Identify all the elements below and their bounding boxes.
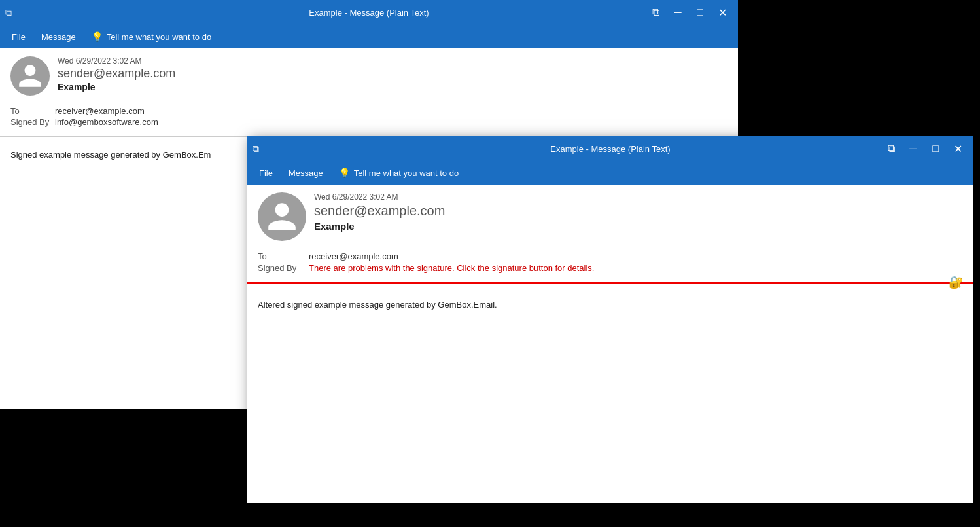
win1-email-date: Wed 6/29/2022 3:02 AM <box>58 56 727 65</box>
win1-maximize-button[interactable]: □ <box>690 3 710 22</box>
win1-to-row: To receiver@example.com <box>10 106 727 116</box>
win1-menu-message[interactable]: Message <box>35 29 82 45</box>
win1-close-button[interactable]: ✕ <box>712 3 733 22</box>
win2-email-fields: To receiver@example.com Signed By There … <box>247 249 973 278</box>
win1-signed-by-value: info@gemboxsoftware.com <box>55 117 158 127</box>
win2-restore-small-icon: ⧉ <box>253 143 259 154</box>
win1-menu-file[interactable]: File <box>5 29 32 45</box>
win2-to-value: receiver@example.com <box>309 251 398 261</box>
win1-minimize-button[interactable]: ─ <box>667 3 688 22</box>
win1-email-sender: sender@example.com <box>58 67 727 81</box>
win2-email-subject: Example <box>314 221 963 232</box>
win1-to-value: receiver@example.com <box>55 106 145 116</box>
win2-restore-button[interactable]: ⧉ <box>881 139 901 158</box>
win2-email-sender: sender@example.com <box>314 204 963 219</box>
win2-tell-me[interactable]: 💡 Tell me what you want to do <box>332 165 465 181</box>
win2-tell-me-label: Tell me what you want to do <box>354 168 459 178</box>
win2-minimize-button[interactable]: ─ <box>903 139 924 158</box>
win2-avatar-icon <box>265 200 299 234</box>
win1-email-header: Wed 6/29/2022 3:02 AM sender@example.com… <box>0 48 738 103</box>
win2-to-label: To <box>258 251 304 261</box>
win1-signed-by-label: Signed By <box>10 117 50 127</box>
win1-menubar: File Message 💡 Tell me what you want to … <box>0 25 738 48</box>
win2-signed-by-label: Signed By <box>258 263 304 273</box>
win2-title: Example - Message (Plain Text) <box>550 144 670 154</box>
win2-email-header: Wed 6/29/2022 3:02 AM sender@example.com… <box>247 185 973 249</box>
win2-close-button[interactable]: ✕ <box>947 139 968 158</box>
win2-titlebar: ⧉ Example - Message (Plain Text) ⧉ ─ □ ✕ <box>247 136 973 161</box>
win2-content: Wed 6/29/2022 3:02 AM sender@example.com… <box>247 185 973 503</box>
window-2: ⧉ Example - Message (Plain Text) ⧉ ─ □ ✕… <box>247 136 973 503</box>
win1-titlebar-left: ⧉ <box>5 7 14 18</box>
win2-sig-warning-bar-container: 🔐 <box>247 279 973 284</box>
win1-to-label: To <box>10 106 50 116</box>
win1-avatar <box>10 56 50 96</box>
win1-tell-me-label: Tell me what you want to do <box>107 32 211 42</box>
bulb-icon-2: 💡 <box>339 168 350 178</box>
win2-email-date: Wed 6/29/2022 3:02 AM <box>314 192 963 202</box>
win1-restore-button[interactable]: ⧉ <box>645 3 666 22</box>
win1-restore-small-icon: ⧉ <box>5 7 12 18</box>
win1-titlebar: ⧉ Example - Message (Plain Text) ⧉ ─ □ ✕ <box>0 0 738 25</box>
win1-email-fields: To receiver@example.com Signed By info@g… <box>0 103 738 134</box>
win2-sig-warning-bar <box>247 282 973 284</box>
win2-maximize-button[interactable]: □ <box>925 139 946 158</box>
win2-to-row: To receiver@example.com <box>258 251 963 261</box>
win1-signed-by-row: Signed By info@gemboxsoftware.com <box>10 117 727 127</box>
win2-email-body: Altered signed example message generated… <box>247 284 973 503</box>
win1-email-meta: Wed 6/29/2022 3:02 AM sender@example.com… <box>58 56 727 92</box>
win1-email-subject: Example <box>58 82 727 92</box>
win2-signed-by-error: There are problems with the signature. C… <box>309 263 594 273</box>
win2-warning-icon: 🔐 <box>949 275 963 289</box>
win2-signed-by-row: Signed By There are problems with the si… <box>258 263 963 273</box>
win1-title: Example - Message (Plain Text) <box>309 8 429 18</box>
win2-controls: ⧉ ─ □ ✕ <box>881 139 968 158</box>
win1-tell-me[interactable]: 💡 Tell me what you want to do <box>85 29 218 45</box>
win2-menu-file[interactable]: File <box>253 166 279 181</box>
win2-menubar: File Message 💡 Tell me what you want to … <box>247 161 973 185</box>
win2-avatar <box>258 192 306 241</box>
bulb-icon-1: 💡 <box>92 31 103 42</box>
win1-avatar-icon <box>16 62 44 90</box>
win1-controls: ⧉ ─ □ ✕ <box>645 3 733 22</box>
win2-email-meta: Wed 6/29/2022 3:02 AM sender@example.com… <box>314 192 963 232</box>
win2-titlebar-left: ⧉ <box>253 143 262 154</box>
win2-menu-message[interactable]: Message <box>282 166 330 181</box>
